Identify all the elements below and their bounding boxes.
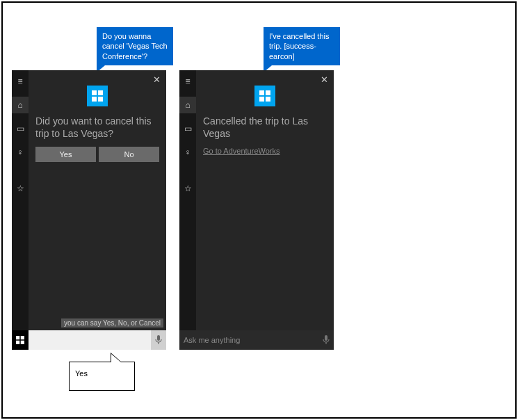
content-area: ✕ Did you want to cancel this trip to La…	[29, 70, 166, 330]
start-button[interactable]	[12, 330, 29, 350]
close-icon[interactable]: ✕	[153, 74, 161, 85]
svg-rect-8	[157, 335, 160, 341]
taskbar: Ask me anything	[179, 330, 334, 350]
close-icon[interactable]: ✕	[321, 74, 328, 85]
button-row: Yes No	[35, 147, 159, 162]
home-icon[interactable]: ⌂	[179, 97, 196, 113]
microphone-icon[interactable]	[318, 330, 334, 350]
cortana-speech-bubble-right: I've cancelled this trip. [success-earco…	[264, 27, 340, 65]
notebook-icon[interactable]: ▭	[12, 120, 29, 137]
sidebar: ≡ ⌂ ▭ ♀ ☆	[12, 70, 29, 330]
svg-rect-6	[16, 341, 19, 344]
cortana-speech-bubble-left: Do you wanna cancel 'Vegas Tech Conferen…	[97, 27, 173, 65]
home-icon[interactable]: ⌂	[12, 97, 29, 113]
svg-rect-4	[16, 336, 19, 339]
svg-rect-0	[92, 90, 97, 95]
svg-rect-1	[98, 90, 103, 95]
bubble-tail-icon	[111, 354, 121, 362]
document-frame: Do you wanna cancel 'Vegas Tech Conferen…	[1, 1, 517, 419]
taskbar	[12, 330, 166, 350]
sidebar: ≡ ⌂ ▭ ♀ ☆	[179, 70, 196, 330]
cortana-speech-text: I've cancelled this trip. [success-earco…	[269, 32, 329, 60]
svg-rect-10	[259, 90, 264, 95]
windows-logo-icon	[87, 86, 108, 106]
microphone-icon[interactable]	[151, 330, 166, 350]
svg-rect-14	[325, 335, 327, 341]
yes-button[interactable]: Yes	[35, 147, 96, 162]
search-placeholder: Ask me anything	[184, 336, 240, 344]
user-speech-bubble: Yes	[69, 362, 135, 391]
search-input[interactable]: Ask me anything	[179, 330, 318, 350]
windows-logo-icon	[254, 86, 275, 106]
notebook-icon[interactable]: ▭	[179, 120, 196, 137]
user-speech-text: Yes	[75, 369, 88, 378]
result-text: Cancelled the trip to Las Vegas	[203, 115, 327, 140]
adventureworks-link[interactable]: Go to AdventureWorks	[203, 147, 280, 155]
svg-rect-13	[266, 97, 270, 102]
hamburger-icon[interactable]: ≡	[12, 73, 29, 90]
feedback-icon[interactable]: ☆	[179, 180, 196, 197]
hamburger-icon[interactable]: ≡	[179, 73, 196, 90]
cortana-panel-result: ≡ ⌂ ▭ ♀ ☆ ✕ Cancelled the trip to Las Ve…	[179, 70, 334, 350]
panel-body: ≡ ⌂ ▭ ♀ ☆ ✕ Cancelled the trip to Las Ve…	[179, 70, 334, 330]
search-input[interactable]	[29, 330, 151, 350]
svg-rect-7	[21, 341, 24, 344]
lightbulb-icon[interactable]: ♀	[12, 144, 29, 161]
svg-rect-3	[98, 97, 103, 102]
prompt-text: Did you want to cancel this trip to Las …	[35, 115, 159, 140]
voice-hint: you can say Yes, No, or Cancel	[61, 318, 163, 328]
lightbulb-icon[interactable]: ♀	[179, 144, 196, 161]
content-area: ✕ Cancelled the trip to Las Vegas Go to …	[196, 70, 334, 330]
svg-rect-5	[21, 336, 24, 339]
svg-rect-11	[266, 90, 270, 95]
cortana-panel-confirm: ≡ ⌂ ▭ ♀ ☆ ✕ Did you want to cancel this …	[12, 70, 166, 350]
cortana-speech-text: Do you wanna cancel 'Vegas Tech Conferen…	[102, 32, 168, 60]
svg-rect-2	[92, 97, 97, 102]
svg-rect-12	[259, 97, 264, 102]
feedback-icon[interactable]: ☆	[12, 180, 29, 197]
panel-body: ≡ ⌂ ▭ ♀ ☆ ✕ Did you want to cancel this …	[12, 70, 166, 330]
no-button[interactable]: No	[99, 147, 159, 162]
